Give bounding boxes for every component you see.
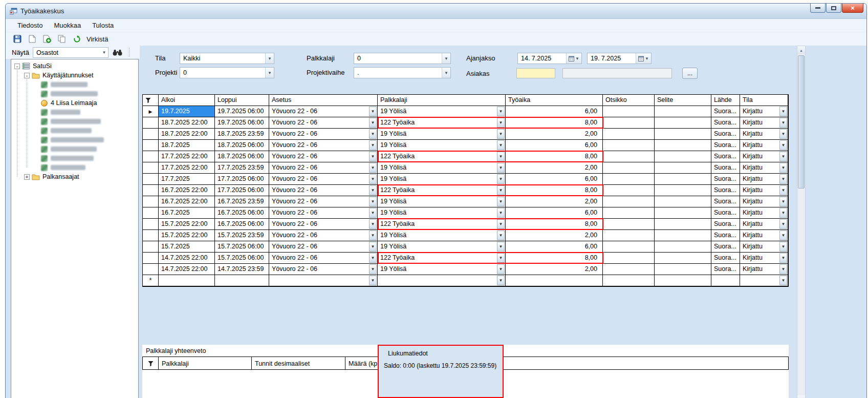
cell-lahde[interactable]: Suora... bbox=[711, 207, 740, 219]
cell-tyoaika[interactable]: 6,00 bbox=[506, 140, 603, 151]
cell-asetus[interactable]: Yövuoro 22 - 06▼ bbox=[269, 230, 378, 241]
cell-alkoi[interactable]: 16.7.2025 22:00 bbox=[159, 185, 215, 196]
asiakas-browse-button[interactable]: ... bbox=[682, 68, 698, 79]
chevron-down-icon[interactable]: ▼ bbox=[265, 53, 274, 64]
cell-palkkalaji[interactable]: 122 Työaika▼ bbox=[378, 185, 506, 196]
cell-dropdown-button[interactable]: ▼ bbox=[497, 231, 505, 240]
cell-dropdown-button[interactable]: ▼ bbox=[369, 152, 377, 161]
vertical-scrollbar[interactable]: ▲ ▼ bbox=[797, 46, 806, 398]
cell-tila[interactable]: ▼ bbox=[740, 275, 788, 286]
maximize-button[interactable] bbox=[826, 4, 841, 13]
cell-otsikko[interactable] bbox=[603, 241, 655, 253]
cell-selite[interactable] bbox=[655, 219, 711, 230]
date-to-dropdown[interactable]: ▼ bbox=[636, 53, 651, 64]
cell-alkoi[interactable]: 17.7.2025 bbox=[159, 174, 215, 185]
cell-selite[interactable] bbox=[655, 241, 711, 253]
cell-asetus[interactable]: Yövuoro 22 - 06▼ bbox=[269, 162, 378, 174]
cell-tila[interactable]: Kirjattu▼ bbox=[740, 253, 788, 264]
cell-alkoi[interactable]: 15.7.2025 22:00 bbox=[159, 219, 215, 230]
cell-lahde[interactable]: Suora... bbox=[711, 219, 740, 230]
cell-dropdown-button[interactable]: ▼ bbox=[497, 197, 505, 206]
cell-dropdown-button[interactable]: ▼ bbox=[369, 242, 377, 252]
cell-loppui[interactable]: 17.7.2025 23:59 bbox=[215, 162, 269, 174]
cell-dropdown-button[interactable]: ▼ bbox=[497, 185, 505, 195]
tree-folder-users[interactable]: - Käyttäjätunnukset bbox=[11, 71, 138, 80]
cell-loppui[interactable]: 18.7.2025 06:00 bbox=[215, 140, 269, 151]
grid-row[interactable]: 17.7.2025 22:0018.7.2025 06:00Yövuoro 22… bbox=[143, 151, 788, 162]
row-selector[interactable] bbox=[143, 174, 159, 185]
cell-alkoi[interactable]: 15.7.2025 bbox=[159, 241, 215, 253]
cell-otsikko[interactable] bbox=[603, 129, 655, 140]
titlebar[interactable]: Työaikakeskus × bbox=[6, 4, 866, 19]
cell-selite[interactable] bbox=[655, 151, 711, 162]
cell-loppui[interactable]: 15.7.2025 23:59 bbox=[215, 230, 269, 241]
cell-dropdown-button[interactable]: ▼ bbox=[497, 264, 505, 274]
grid-row[interactable]: 18.7.202518.7.2025 06:00Yövuoro 22 - 06▼… bbox=[143, 140, 788, 151]
cell-alkoi[interactable] bbox=[159, 275, 215, 286]
tree-user-item-redacted[interactable] bbox=[11, 154, 138, 163]
cell-tyoaika[interactable]: 8,00 bbox=[506, 117, 603, 129]
cell-alkoi[interactable]: 15.7.2025 22:00 bbox=[159, 230, 215, 241]
cell-dropdown-button[interactable]: ▼ bbox=[779, 140, 787, 150]
cell-dropdown-button[interactable]: ▼ bbox=[369, 174, 377, 184]
cell-asetus[interactable]: Yövuoro 22 - 06▼ bbox=[269, 151, 378, 162]
cell-palkkalaji[interactable]: 19 Yölisä▼ bbox=[378, 241, 506, 253]
cell-dropdown-button[interactable]: ▼ bbox=[497, 208, 505, 218]
timesheet-grid[interactable]: AlkoiLoppuiAsetusPalkkalajiTyöaikaOtsikk… bbox=[142, 94, 789, 287]
cell-loppui[interactable]: 15.7.2025 06:00 bbox=[215, 253, 269, 264]
scroll-thumb[interactable] bbox=[798, 55, 805, 188]
cell-dropdown-button[interactable]: ▼ bbox=[369, 208, 377, 218]
tree-user-item-redacted[interactable] bbox=[11, 80, 138, 89]
cell-loppui[interactable]: 16.7.2025 23:59 bbox=[215, 196, 269, 207]
row-selector[interactable] bbox=[143, 129, 159, 140]
cell-loppui[interactable]: 18.7.2025 23:59 bbox=[215, 129, 269, 140]
menu-item-muokkaa[interactable]: Muokkaa bbox=[48, 19, 86, 31]
cell-otsikko[interactable] bbox=[603, 207, 655, 219]
row-selector[interactable] bbox=[143, 117, 159, 129]
cell-alkoi[interactable]: 16.7.2025 22:00 bbox=[159, 196, 215, 207]
cell-loppui[interactable]: 17.7.2025 06:00 bbox=[215, 185, 269, 196]
cell-alkoi[interactable]: 16.7.2025 bbox=[159, 207, 215, 219]
column-header-lahde[interactable]: Lähde bbox=[711, 95, 740, 106]
cell-dropdown-button[interactable]: ▼ bbox=[779, 129, 787, 139]
cell-selite[interactable] bbox=[655, 196, 711, 207]
cell-tila[interactable]: Kirjattu▼ bbox=[740, 185, 788, 196]
cell-selite[interactable] bbox=[655, 207, 711, 219]
summary-column-header-2[interactable]: Tunnit desimaaliset bbox=[252, 357, 345, 369]
cell-dropdown-button[interactable]: ▼ bbox=[497, 107, 505, 116]
scroll-up-button[interactable]: ▲ bbox=[797, 46, 805, 54]
grid-row[interactable]: 15.7.2025 22:0015.7.2025 23:59Yövuoro 22… bbox=[143, 230, 788, 241]
cell-selite[interactable] bbox=[655, 140, 711, 151]
cell-dropdown-button[interactable]: ▼ bbox=[779, 219, 787, 229]
cell-tyoaika[interactable]: 6,00 bbox=[506, 106, 603, 117]
cell-asetus[interactable]: ▼ bbox=[269, 275, 378, 286]
cell-dropdown-button[interactable]: ▼ bbox=[369, 264, 377, 274]
cell-selite[interactable] bbox=[655, 264, 711, 275]
cell-alkoi[interactable]: 17.7.2025 22:00 bbox=[159, 151, 215, 162]
cell-dropdown-button[interactable]: ▼ bbox=[369, 231, 377, 240]
cell-dropdown-button[interactable]: ▼ bbox=[779, 242, 787, 252]
cell-tyoaika[interactable]: 8,00 bbox=[506, 219, 603, 230]
refresh-button[interactable] bbox=[71, 33, 82, 45]
cell-alkoi[interactable]: 14.7.2025 22:00 bbox=[159, 264, 215, 275]
cell-lahde[interactable]: Suora... bbox=[711, 230, 740, 241]
cell-tila[interactable]: Kirjattu▼ bbox=[740, 151, 788, 162]
cell-dropdown-button[interactable]: ▼ bbox=[497, 129, 505, 139]
cell-otsikko[interactable] bbox=[603, 196, 655, 207]
cell-loppui[interactable]: 16.7.2025 06:00 bbox=[215, 207, 269, 219]
column-header-palkkalaji[interactable]: Palkkalaji bbox=[378, 95, 506, 106]
row-selector[interactable] bbox=[143, 219, 159, 230]
cell-palkkalaji[interactable]: 19 Yölisä▼ bbox=[378, 162, 506, 174]
cell-lahde[interactable]: Suora... bbox=[711, 264, 740, 275]
column-header-tyoaika[interactable]: Työaika bbox=[506, 95, 603, 106]
cell-tila[interactable]: Kirjattu▼ bbox=[740, 241, 788, 253]
cell-lahde[interactable]: Suora... bbox=[711, 117, 740, 129]
cell-asetus[interactable]: Yövuoro 22 - 06▼ bbox=[269, 117, 378, 129]
cell-dropdown-button[interactable]: ▼ bbox=[497, 276, 505, 285]
tree-user-item-redacted[interactable] bbox=[11, 126, 138, 135]
cell-otsikko[interactable] bbox=[603, 230, 655, 241]
summary-column-header-1[interactable]: Palkkalaji bbox=[159, 357, 252, 369]
org-tree-panel[interactable]: - SatuSi - Käyttäjätunnukset 4 Liisa Lei… bbox=[11, 59, 139, 398]
row-selector[interactable] bbox=[143, 207, 159, 219]
expand-icon[interactable]: + bbox=[24, 174, 30, 180]
